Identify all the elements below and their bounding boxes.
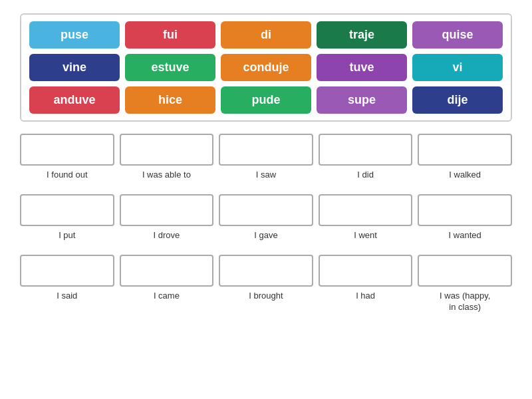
- label-r1-c4: I wanted: [418, 229, 512, 243]
- answer-box-r1-c3[interactable]: [319, 194, 413, 226]
- word-tile-puse[interactable]: puse: [29, 21, 120, 49]
- label-r0-c3: I did: [319, 168, 413, 182]
- label-r2-c3: I had: [319, 289, 413, 315]
- label-r2-c0: I said: [20, 289, 114, 315]
- word-tile-pude[interactable]: pude: [221, 86, 311, 114]
- word-tile-supe[interactable]: supe: [317, 86, 407, 114]
- label-r1-c2: I gave: [219, 229, 313, 243]
- label-row-2: I saidI cameI broughtI hadI was (happy, …: [20, 289, 512, 315]
- answer-box-r0-c0[interactable]: [20, 134, 114, 166]
- answer-box-row-2: [20, 255, 512, 287]
- answer-box-r0-c1[interactable]: [120, 134, 214, 166]
- answer-box-r0-c4[interactable]: [418, 134, 512, 166]
- answer-box-r0-c3[interactable]: [319, 134, 413, 166]
- word-tile-vine[interactable]: vine: [29, 54, 120, 81]
- label-r2-c2: I brought: [219, 289, 313, 315]
- answer-box-row-0: [20, 134, 512, 166]
- word-tile-conduje[interactable]: conduje: [221, 54, 311, 81]
- word-tile-tuve[interactable]: tuve: [317, 54, 407, 81]
- label-row-1: I putI droveI gaveI wentI wanted: [20, 229, 512, 243]
- word-tile-anduve[interactable]: anduve: [29, 86, 120, 114]
- label-row-0: I found outI was able toI sawI didI walk…: [20, 168, 512, 182]
- word-tile-traje[interactable]: traje: [317, 21, 407, 49]
- label-r0-c0: I found out: [20, 168, 114, 182]
- answer-section: I found outI was able toI sawI didI walk…: [20, 134, 512, 327]
- answer-box-r2-c2[interactable]: [219, 255, 313, 287]
- answer-box-r0-c2[interactable]: [219, 134, 313, 166]
- label-r0-c1: I was able to: [120, 168, 214, 182]
- answer-box-r1-c0[interactable]: [20, 194, 114, 226]
- word-tile-vi[interactable]: vi: [412, 54, 503, 81]
- label-r2-c4: I was (happy, in class): [418, 289, 512, 315]
- label-r1-c0: I put: [20, 229, 114, 243]
- word-tile-di[interactable]: di: [221, 21, 311, 49]
- word-tile-dije[interactable]: dije: [412, 86, 503, 114]
- word-tile-estuve[interactable]: estuve: [125, 54, 215, 81]
- answer-box-row-1: [20, 194, 512, 226]
- word-tile-quise[interactable]: quise: [412, 21, 503, 49]
- label-r2-c1: I came: [120, 289, 214, 315]
- answer-box-r2-c4[interactable]: [418, 255, 512, 287]
- label-r1-c3: I went: [319, 229, 413, 243]
- label-r0-c4: I walked: [418, 168, 512, 182]
- answer-box-r1-c4[interactable]: [418, 194, 512, 226]
- label-r1-c1: I drove: [120, 229, 214, 243]
- word-tile-fui[interactable]: fui: [125, 21, 215, 49]
- answer-box-r1-c2[interactable]: [219, 194, 313, 226]
- word-tile-hice[interactable]: hice: [125, 86, 215, 114]
- answer-box-r2-c0[interactable]: [20, 255, 114, 287]
- word-bank: pusefuiditrajequisevineestuvecondujetuve…: [20, 13, 512, 122]
- answer-box-r2-c1[interactable]: [120, 255, 214, 287]
- answer-box-r1-c1[interactable]: [120, 194, 214, 226]
- answer-box-r2-c3[interactable]: [319, 255, 413, 287]
- label-r0-c2: I saw: [219, 168, 313, 182]
